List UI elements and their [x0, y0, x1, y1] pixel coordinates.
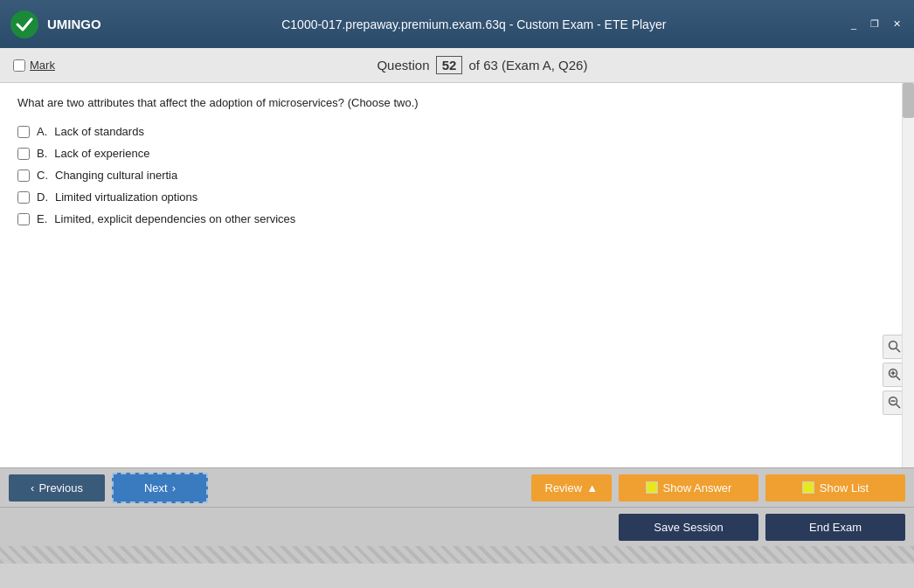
- next-arrow-icon: ›: [172, 481, 176, 495]
- main-content: What are two attributes that affect the …: [0, 83, 914, 467]
- option-b-text: Lack of experience: [54, 147, 149, 160]
- search-icon: [888, 340, 902, 354]
- bottom-stripe: [0, 546, 914, 564]
- review-arrow-icon: ▲: [586, 481, 598, 495]
- option-c-label: C.: [37, 169, 48, 182]
- mark-area[interactable]: Mark: [13, 59, 55, 72]
- show-answer-checkbox-icon: [646, 481, 658, 494]
- question-label: Question: [377, 58, 429, 73]
- window-title: C1000-017.prepaway.premium.exam.63q - Cu…: [101, 17, 847, 31]
- option-c-checkbox[interactable]: [17, 169, 30, 182]
- option-a: A. Lack of standards: [17, 125, 897, 138]
- question-total: of 63 (Exam A, Q26): [469, 58, 588, 73]
- vumingo-logo: [9, 9, 40, 40]
- option-d: D. Limited virtualization options: [17, 190, 897, 204]
- previous-arrow-icon: ‹: [31, 481, 34, 495]
- svg-point-0: [10, 10, 38, 38]
- restore-button[interactable]: ❐: [866, 17, 883, 31]
- next-label: Next: [144, 481, 168, 495]
- option-c: C. Changing cultural inertia: [17, 169, 897, 182]
- option-d-label: D.: [37, 190, 48, 204]
- show-answer-button[interactable]: Show Answer: [619, 474, 758, 502]
- option-b-label: B.: [37, 147, 47, 160]
- logo-text: UMINGO: [47, 17, 101, 31]
- next-button[interactable]: Next ›: [112, 473, 208, 503]
- show-list-label: Show List: [820, 481, 869, 495]
- previous-button[interactable]: ‹ Previous: [9, 474, 105, 502]
- show-list-checkbox-icon: [802, 481, 814, 494]
- option-e: E. Limited, explicit dependencies on oth…: [17, 212, 897, 225]
- option-d-text: Limited virtualization options: [55, 190, 197, 204]
- end-exam-button[interactable]: End Exam: [765, 514, 905, 541]
- zoom-in-icon: [888, 368, 902, 382]
- action-bar: Save Session End Exam: [0, 507, 914, 546]
- mark-checkbox[interactable]: [13, 59, 25, 72]
- save-session-button[interactable]: Save Session: [619, 514, 758, 541]
- nav-bar: ‹ Previous Next › Review ▲ Show Answer S…: [0, 467, 914, 507]
- review-button[interactable]: Review ▲: [531, 474, 613, 502]
- svg-line-2: [897, 349, 901, 353]
- scrollbar[interactable]: [902, 83, 914, 467]
- minimize-button[interactable]: _: [847, 17, 861, 31]
- scroll-thumb[interactable]: [903, 83, 914, 118]
- show-answer-label: Show Answer: [663, 481, 732, 495]
- title-bar: UMINGO C1000-017.prepaway.premium.exam.6…: [0, 0, 914, 48]
- logo-area: UMINGO: [9, 9, 101, 40]
- question-info: Question 52 of 63 (Exam A, Q26): [64, 56, 901, 74]
- close-button[interactable]: ✕: [889, 17, 905, 31]
- header-bar: Mark Question 52 of 63 (Exam A, Q26): [0, 48, 914, 83]
- svg-point-1: [890, 342, 897, 349]
- window-controls[interactable]: _ ❐ ✕: [847, 17, 905, 31]
- review-label: Review: [545, 481, 583, 495]
- option-e-checkbox[interactable]: [17, 213, 30, 225]
- question-text: What are two attributes that affect the …: [17, 96, 897, 109]
- answer-options: A. Lack of standards B. Lack of experien…: [17, 125, 897, 225]
- option-d-checkbox[interactable]: [17, 191, 30, 204]
- question-number: 52: [436, 56, 463, 74]
- show-list-button[interactable]: Show List: [765, 474, 905, 502]
- option-a-label: A.: [37, 125, 47, 138]
- option-b-checkbox[interactable]: [17, 148, 30, 160]
- previous-label: Previous: [38, 481, 83, 495]
- svg-line-4: [897, 377, 901, 381]
- option-a-checkbox[interactable]: [17, 126, 30, 138]
- option-e-label: E.: [37, 212, 47, 225]
- option-a-text: Lack of standards: [54, 125, 144, 138]
- option-e-text: Limited, explicit dependencies on other …: [54, 212, 295, 225]
- svg-line-8: [897, 405, 901, 409]
- mark-label[interactable]: Mark: [30, 59, 55, 72]
- option-b: B. Lack of experience: [17, 147, 897, 160]
- zoom-out-icon: [888, 396, 902, 410]
- option-c-text: Changing cultural inertia: [55, 169, 177, 182]
